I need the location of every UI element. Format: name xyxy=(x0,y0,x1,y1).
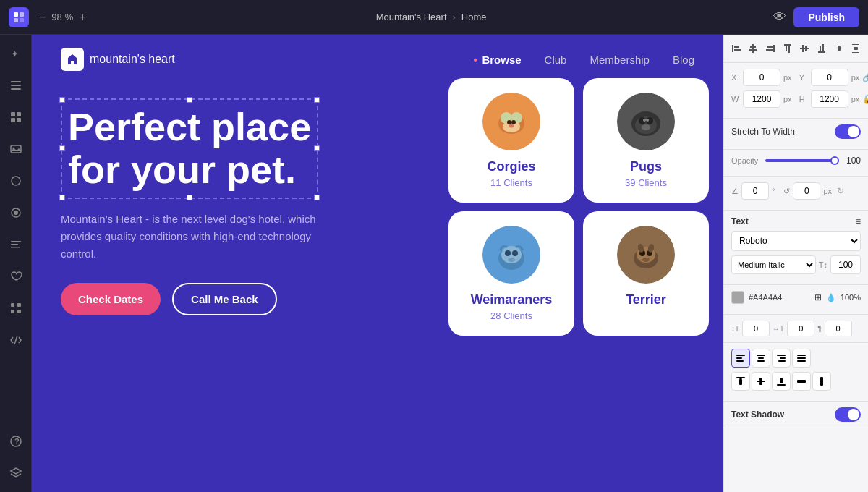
rotate-input[interactable] xyxy=(793,182,820,200)
publish-button[interactable]: Publish xyxy=(793,7,859,27)
text-valign-top-button[interactable] xyxy=(731,372,750,391)
svg-rect-0 xyxy=(14,12,18,17)
svg-rect-86 xyxy=(757,355,765,356)
canvas-area[interactable]: mountain's heart Browse Club Membership … xyxy=(32,35,723,492)
zoom-in-button[interactable]: + xyxy=(76,9,88,25)
handle-bc[interactable] xyxy=(187,195,192,200)
position-lock-icon[interactable]: 🔗 xyxy=(862,72,868,83)
svg-rect-75 xyxy=(820,46,821,51)
nav-item-browse[interactable]: Browse xyxy=(482,54,521,66)
svg-rect-72 xyxy=(802,45,804,52)
rotate-lock-icon[interactable]: ↻ xyxy=(835,185,846,197)
handle-br[interactable] xyxy=(314,195,320,200)
handle-tc[interactable] xyxy=(187,97,192,103)
text-width-fit-button[interactable] xyxy=(792,372,811,391)
angle-unit: ° xyxy=(772,187,775,195)
opacity-value: 100 xyxy=(846,156,861,166)
nav-item-club[interactable]: Club xyxy=(545,54,567,66)
hero-content: Perfect place for your pet. Mountain's H… xyxy=(32,84,723,315)
align-bottom-edge-button[interactable] xyxy=(814,41,830,56)
svg-rect-91 xyxy=(778,360,786,362)
distribute-v-button[interactable] xyxy=(848,41,864,56)
distribute-h-button[interactable] xyxy=(831,41,847,56)
text-align-group xyxy=(731,349,861,368)
color-swatch[interactable] xyxy=(731,291,744,304)
app-logo[interactable] xyxy=(9,7,29,27)
sidebar-item-pages[interactable] xyxy=(6,75,26,96)
svg-rect-68 xyxy=(784,44,791,46)
svg-rect-89 xyxy=(777,355,786,356)
text-shadow-toggle[interactable] xyxy=(835,407,861,422)
svg-rect-83 xyxy=(736,355,745,356)
opacity-slider[interactable] xyxy=(765,159,839,162)
svg-rect-23 xyxy=(17,310,21,313)
sidebar-item-text[interactable] xyxy=(6,234,26,255)
nav-item-membership[interactable]: Membership xyxy=(590,54,650,66)
stretch-toggle[interactable] xyxy=(835,124,861,139)
opacity-thumb[interactable] xyxy=(830,156,839,165)
font-size-input[interactable] xyxy=(830,255,861,274)
text-align-center-button[interactable] xyxy=(752,349,770,368)
handle-tl[interactable] xyxy=(59,97,65,103)
align-center-h-button[interactable] xyxy=(746,41,762,56)
align-left-edge-button[interactable] xyxy=(728,41,744,56)
svg-rect-21 xyxy=(17,303,21,307)
align-top-edge-button[interactable] xyxy=(780,41,796,56)
text-align-left-button[interactable] xyxy=(731,349,750,368)
align-center-v-button[interactable] xyxy=(797,41,813,56)
angle-input[interactable] xyxy=(741,182,769,200)
handle-tr[interactable] xyxy=(314,97,320,103)
sidebar-item-ai[interactable]: ✦ xyxy=(6,43,26,64)
y-input[interactable] xyxy=(811,69,848,86)
svg-rect-76 xyxy=(822,44,824,51)
size-lock-icon[interactable]: 🔒 xyxy=(862,93,868,105)
text-shadow-row: Text Shadow xyxy=(731,407,861,422)
main-layout: ✦ xyxy=(0,35,868,492)
svg-rect-88 xyxy=(757,360,765,362)
sidebar-item-effects[interactable] xyxy=(6,203,26,223)
nav-item-blog[interactable]: Blog xyxy=(673,54,694,66)
font-family-select[interactable]: Roboto xyxy=(731,231,861,251)
sidebar-item-grid[interactable] xyxy=(6,107,26,127)
svg-rect-96 xyxy=(739,379,742,385)
handle-ml[interactable] xyxy=(59,145,65,151)
text-more-icon[interactable]: ≡ xyxy=(856,216,861,226)
preview-button[interactable]: 👁 xyxy=(773,9,786,25)
x-input[interactable] xyxy=(743,69,780,86)
letter-spacing-input[interactable] xyxy=(742,321,770,336)
svg-rect-78 xyxy=(843,45,843,52)
height-input[interactable] xyxy=(811,90,848,108)
zoom-out-button[interactable]: − xyxy=(36,9,48,25)
width-input[interactable] xyxy=(743,90,780,108)
line-height-input[interactable] xyxy=(787,321,814,336)
svg-rect-22 xyxy=(11,310,14,313)
svg-rect-7 xyxy=(11,88,21,90)
text-height-fit-button[interactable] xyxy=(812,372,831,391)
svg-rect-77 xyxy=(835,45,835,52)
sidebar-item-favorites[interactable] xyxy=(6,266,26,287)
call-me-back-button[interactable]: Call Me Back xyxy=(172,283,277,315)
sidebar-item-apps[interactable] xyxy=(6,298,26,318)
hero-title-box[interactable]: Perfect place for your pet. xyxy=(61,98,318,199)
handle-mr[interactable] xyxy=(314,145,320,151)
align-right-edge-button[interactable] xyxy=(762,41,778,56)
text-valign-middle-button[interactable] xyxy=(752,372,770,391)
svg-rect-10 xyxy=(11,118,15,122)
text-valign-bottom-button[interactable] xyxy=(772,372,791,391)
handle-bl[interactable] xyxy=(59,195,65,200)
text-shadow-section: Text Shadow xyxy=(724,402,868,428)
text-align-right-button[interactable] xyxy=(772,349,791,368)
text-align-justify-button[interactable] xyxy=(792,349,811,368)
check-dates-button[interactable]: Check Dates xyxy=(61,283,161,315)
sidebar-item-help[interactable]: ? xyxy=(6,431,26,451)
sidebar-item-media[interactable] xyxy=(6,139,26,159)
sidebar-item-layers[interactable] xyxy=(6,463,26,483)
hero-subtitle: Mountain's Heart - is the next level dog… xyxy=(61,211,336,263)
svg-rect-12 xyxy=(11,145,21,153)
para-spacing-input[interactable] xyxy=(825,321,852,336)
font-style-select[interactable]: Medium Italic xyxy=(731,255,816,274)
color-mix-icon[interactable]: ⊞ xyxy=(814,292,822,302)
preview-logo: mountain's heart xyxy=(61,48,175,71)
sidebar-item-shapes[interactable] xyxy=(6,171,26,191)
sidebar-item-code[interactable] xyxy=(6,330,26,350)
